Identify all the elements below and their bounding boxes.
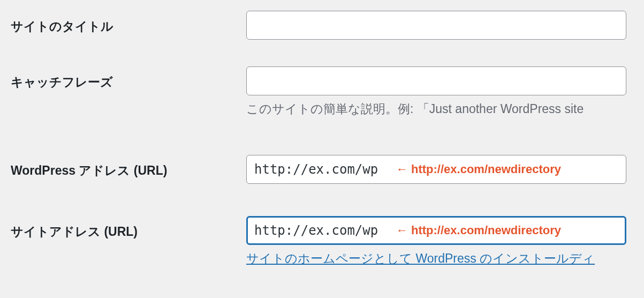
field-tagline: このサイトの簡単な説明。例: 「Just another WordPress s… — [246, 66, 644, 117]
label-site-title: サイトのタイトル — [11, 11, 246, 35]
row-site-url: サイトアドレス (URL) ←http://ex.com/newdirector… — [11, 216, 644, 267]
row-wp-url: WordPress アドレス (URL) ←http://ex.com/newd… — [11, 155, 644, 184]
tagline-input[interactable] — [246, 66, 626, 95]
site-url-input[interactable] — [246, 216, 626, 245]
field-site-url: ←http://ex.com/newdirectory サイトのホームページとし… — [246, 216, 644, 267]
tagline-description: このサイトの簡単な説明。例: 「Just another WordPress s… — [246, 101, 644, 117]
row-tagline: キャッチフレーズ このサイトの簡単な説明。例: 「Just another Wo… — [11, 66, 644, 117]
label-site-url: サイトアドレス (URL) — [11, 216, 246, 240]
row-site-title: サイトのタイトル — [11, 11, 644, 40]
wp-url-input-wrap: ←http://ex.com/newdirectory — [246, 155, 626, 184]
site-url-input-wrap: ←http://ex.com/newdirectory — [246, 216, 626, 245]
wp-url-input[interactable] — [246, 155, 626, 184]
site-url-helper-link[interactable]: サイトのホームページとして WordPress のインストールディ — [246, 250, 595, 267]
site-title-input[interactable] — [246, 11, 626, 40]
label-wp-url: WordPress アドレス (URL) — [11, 155, 246, 179]
field-site-title — [246, 11, 644, 40]
field-wp-url: ←http://ex.com/newdirectory — [246, 155, 644, 184]
label-tagline: キャッチフレーズ — [11, 66, 246, 91]
